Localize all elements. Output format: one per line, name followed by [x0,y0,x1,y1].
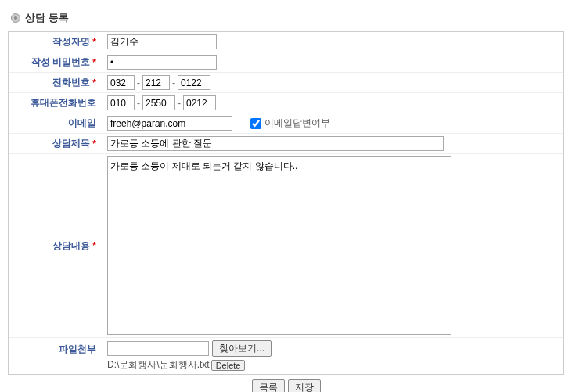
content-label: 상담내용* [9,154,103,337]
attachment-label: 파일첨부 [9,338,103,374]
email-reply-label: 이메일답변여부 [264,117,330,130]
author-input[interactable] [107,34,217,49]
email-reply-checkbox[interactable] [250,118,261,129]
page-title: 상담 등록 [25,11,69,25]
mobile-label: 휴대폰전화번호 [9,93,103,113]
delete-file-button[interactable]: Delete [211,360,246,371]
subject-label: 상담제목* [9,134,103,153]
attached-file-path: D:\문화행사\문화행사.txt [107,358,210,372]
password-input[interactable] [107,55,217,70]
phone-part1[interactable] [107,75,135,90]
mobile-part3[interactable] [183,95,216,110]
form-table: 작성자명* 작성 비밀번호* 전화번호* - - 휴대폰전화번호 [8,31,564,375]
button-bar: 목록 저장 [8,375,564,392]
bullet-icon [11,13,20,23]
browse-button[interactable]: 찾아보기... [212,340,272,357]
email-input[interactable] [107,116,232,131]
content-textarea[interactable] [107,156,451,335]
password-label: 작성 비밀번호* [9,52,103,72]
file-path-input[interactable] [107,341,209,356]
phone-part2[interactable] [142,75,170,90]
author-label: 작성자명* [9,32,103,52]
list-button[interactable]: 목록 [252,379,285,392]
phone-label: 전화번호* [9,73,103,92]
mobile-part1[interactable] [107,95,135,110]
subject-input[interactable] [107,136,444,151]
mobile-part2[interactable] [142,95,175,110]
email-label: 이메일 [9,113,103,133]
phone-part3[interactable] [178,75,210,90]
save-button[interactable]: 저장 [288,379,321,392]
